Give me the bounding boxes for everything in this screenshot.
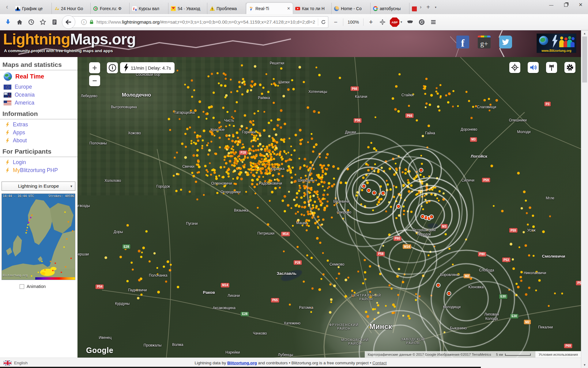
tab-54-уваход[interactable]: 54 · Уваход: [168, 3, 207, 14]
scale-line: [505, 354, 531, 356]
zoom-in-button[interactable]: +: [367, 18, 375, 26]
tab-автобусны[interactable]: автобусны: [371, 3, 409, 14]
sound-button[interactable]: [528, 62, 539, 73]
map-viewport[interactable]: РешеткиСосновый борШипкиХотенчицыРаёвкаК…: [77, 57, 581, 358]
tab-list-dropdown[interactable]: ▾: [432, 6, 439, 9]
settings-gear-button[interactable]: [564, 62, 575, 73]
tab-strip: График це24 Hour GoForex.ru: ФFКурсы вал…: [13, 0, 417, 14]
info-link-label: Extras: [13, 121, 28, 128]
minimize-button[interactable]: —: [544, 0, 559, 10]
tab-real-ti[interactable]: MyReal-Ti✕: [246, 3, 293, 14]
road-badge: Р80: [393, 236, 401, 241]
new-tab-button[interactable]: +: [424, 4, 432, 11]
scroll-up-icon[interactable]: ▲: [581, 30, 588, 36]
session-restore-icon[interactable]: [417, 18, 426, 26]
tab-label: Forex.ru: Ф: [100, 6, 127, 11]
animation-label: Animation: [27, 284, 46, 289]
tab-как-то-ли-н[interactable]: Как то ли Н: [293, 3, 332, 14]
stations-button[interactable]: [546, 62, 557, 73]
minimap-watermark: Blitzortung.org: [3, 274, 28, 277]
https-lock-icon: [89, 19, 94, 25]
site-logo[interactable]: LightningMaps.org: [3, 30, 136, 48]
lightning-rate-icon: [124, 64, 129, 72]
contact-link[interactable]: Contact: [372, 361, 387, 365]
url-scheme: https://www.: [96, 19, 122, 25]
region-link-label: Europe: [15, 84, 32, 90]
scroll-down-icon[interactable]: ▼: [581, 362, 588, 368]
sidebar-item-blitzortung-php[interactable]: MyBlitzortung PHP: [4, 167, 77, 174]
minimap[interactable]: 14:44 - 16:44 UTC Strokes: 40596 Blitzor…: [2, 194, 75, 280]
maximize-button[interactable]: [559, 0, 573, 10]
adblock-caret-icon: ▼: [400, 21, 403, 24]
eu-flag-icon: [4, 85, 11, 90]
pan-fullscreen-icon[interactable]: [378, 18, 387, 26]
sidebar-item-america[interactable]: America: [4, 100, 77, 106]
sidebar: Maps and statistics Real Time EuropeOcea…: [0, 57, 77, 358]
comet-icon: [334, 6, 339, 11]
tab-график-це[interactable]: График це: [13, 3, 52, 14]
privacy-mask-icon[interactable]: [406, 18, 414, 26]
blitzortung-link[interactable]: Blitzortung.org: [227, 361, 257, 365]
tab-partial[interactable]: [409, 3, 417, 14]
tab-home-co[interactable]: Home - Co: [332, 3, 371, 14]
site-info-icon[interactable]: i: [81, 19, 87, 25]
history-icon[interactable]: [27, 18, 36, 26]
terms-link[interactable]: Условия использования: [535, 351, 581, 358]
sidebar-item-apps[interactable]: Apps: [4, 129, 77, 136]
adblock-button[interactable]: ABP▼: [390, 17, 403, 27]
download-icon[interactable]: [4, 18, 12, 26]
minimap-header: 14:44 - 16:44 UTC Strokes: 40596: [3, 194, 74, 198]
bookmark-star-icon[interactable]: [39, 18, 47, 26]
road-badge: Е30: [510, 314, 518, 318]
section-title-maps: Maps and statistics: [2, 61, 77, 68]
scrollbar-thumb[interactable]: [582, 36, 587, 82]
animation-checkbox[interactable]: [20, 284, 24, 289]
twitter-icon[interactable]: [499, 36, 512, 48]
browser-toolbar: i https://www.lightningmaps.org/#m=sat;r…: [0, 14, 588, 30]
home-icon[interactable]: [15, 18, 24, 26]
blitzortung-caption: www.Blitzortung.org: [537, 49, 576, 52]
close-button[interactable]: ✕: [573, 0, 588, 10]
sidebar-item-extras[interactable]: Extras: [4, 121, 77, 128]
window-controls: — ✕: [544, 0, 588, 10]
google-plus-icon[interactable]: [478, 36, 491, 48]
page-scrollbar[interactable]: ▲ ▼: [581, 30, 588, 368]
bookmarks-menu-icon[interactable]: [50, 18, 59, 26]
blitzortung-logo[interactable]: www.Blitzortung.org: [537, 33, 576, 53]
tab-history-back-icon[interactable]: ‹: [3, 3, 11, 11]
map-zoom-out-button[interactable]: −: [89, 75, 100, 86]
map-info-button[interactable]: i: [107, 62, 118, 73]
lightning-bullet-icon: [6, 122, 9, 127]
sidebar-item-login[interactable]: Login: [4, 159, 77, 166]
language-selector[interactable]: English: [4, 361, 28, 365]
tab-forex-ru-ф[interactable]: Forex.ru: Ф: [91, 3, 130, 14]
back-button[interactable]: [62, 15, 75, 29]
sidebar-item-oceania[interactable]: Oceania: [4, 92, 77, 98]
road-badge: Р66: [350, 86, 359, 91]
tab-label: 54 · Уваход: [178, 6, 205, 11]
zoom-level[interactable]: 100%: [346, 20, 360, 25]
reload-button[interactable]: [318, 18, 326, 26]
menu-hamburger-icon[interactable]: [429, 18, 438, 26]
facebook-icon[interactable]: [456, 36, 469, 48]
tab-проблема[interactable]: Проблема: [207, 3, 246, 14]
sidebar-item-realtime[interactable]: Real Time: [4, 72, 77, 81]
tab-scroll-right-button[interactable]: ›: [417, 4, 424, 10]
minimap-color-scale: [35, 277, 75, 280]
road-badge: М2: [524, 320, 531, 324]
tab-label: автобусны: [380, 6, 407, 11]
url-bar[interactable]: i https://www.lightningmaps.org/#m=sat;r…: [71, 16, 328, 28]
road-badge: Р59: [509, 228, 518, 233]
zoom-out-button[interactable]: −: [331, 18, 340, 26]
tab-курсы-вал[interactable]: FКурсы вал: [130, 3, 168, 14]
sidebar-item-about[interactable]: About: [4, 137, 77, 144]
minimap-region-select[interactable]: Lightning in Europe ▼: [2, 182, 75, 191]
map-zoom-in-button[interactable]: +: [89, 62, 100, 73]
tab-24-hour-go[interactable]: 24 Hour Go: [52, 3, 91, 14]
section-title-participants: For Participants: [2, 148, 77, 155]
scale-bar: 5 км: [496, 353, 531, 356]
sidebar-item-europe[interactable]: Europe: [4, 84, 77, 90]
svg-text:My: My: [250, 6, 253, 9]
tab-close-button[interactable]: ✕: [287, 6, 290, 11]
locate-button[interactable]: [509, 62, 520, 73]
